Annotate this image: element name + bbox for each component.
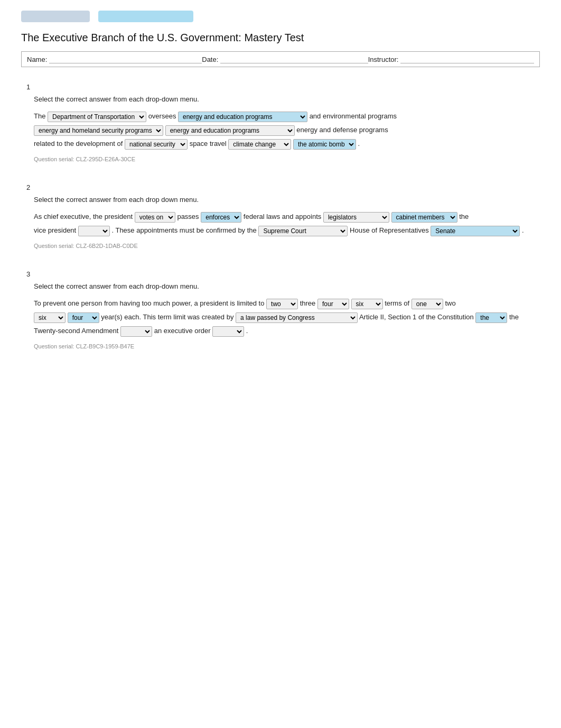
question-3-number: 3	[26, 270, 540, 278]
q3-text-2: three	[300, 299, 317, 307]
q3-text-9: the	[509, 313, 519, 321]
q3-text-1: To prevent one person from having too mu…	[34, 299, 266, 307]
q1-text-4: energy and defense programs	[296, 126, 388, 134]
q3-dropdown-10[interactable]	[212, 326, 244, 337]
q2-dropdown-2[interactable]: enforces votes on passes	[201, 212, 241, 223]
q1-text-2: and environmental programs	[310, 112, 397, 120]
q3-dropdown-4[interactable]: one two six four	[412, 299, 443, 309]
test-title: The Executive Branch of the U.S. Governm…	[21, 32, 540, 44]
date-field: Date:	[202, 55, 368, 63]
q1-text-5: related to the development of	[34, 140, 125, 148]
q1-dropdown-6[interactable]: the atomic bomb national security space …	[293, 139, 356, 150]
question-3-block: 3 Select the correct answer from each dr…	[21, 270, 540, 349]
q1-dropdown-3[interactable]: energy and education programs united ene…	[165, 125, 295, 136]
header-logo-blur	[21, 11, 90, 22]
q1-text-the: The	[34, 112, 48, 120]
instructor-label: Instructor:	[368, 56, 399, 63]
q2-dropdown-1[interactable]: votes on passes enforces	[135, 212, 175, 223]
q1-dropdown-4[interactable]: national security space travel climate c…	[125, 139, 188, 150]
question-3-serial: Question serial: CLZ-B9C9-1959-B47E	[34, 343, 540, 349]
info-row: Name: Date: Instructor:	[21, 51, 540, 67]
q3-dropdown-5[interactable]: six one two four	[34, 312, 66, 323]
question-1-body: The Department of Transportation Departm…	[34, 109, 527, 151]
q3-dropdown-9[interactable]	[120, 326, 152, 337]
q1-dropdown-2b[interactable]: energy and homeland security programs un…	[34, 125, 163, 136]
question-2-serial: Question serial: CLZ-6B2D-1DAB-C0DE	[34, 243, 540, 249]
q1-dropdown-5[interactable]: climate change national security space t…	[228, 139, 291, 150]
q3-dropdown-3[interactable]: six two three four	[351, 299, 383, 309]
name-line	[49, 55, 202, 63]
q2-text-3: federal laws and appoints	[244, 213, 323, 220]
q3-text-11: an executive order	[154, 327, 213, 335]
q3-dropdown-6[interactable]: four one two six	[68, 312, 99, 323]
name-label: Name:	[27, 56, 47, 63]
question-1-block: 1 Select the correct answer from each dr…	[21, 83, 540, 162]
q1-dropdown-2[interactable]: energy and education programs united ene…	[178, 112, 307, 122]
question-2-block: 2 Select the correct answer from each dr…	[21, 183, 540, 249]
date-label: Date:	[202, 56, 218, 63]
q1-text-1: oversees	[148, 112, 178, 120]
q2-text-1: As chief executive, the president	[34, 213, 135, 220]
q3-dropdown-7[interactable]: a law passed by Congress Article II, Sec…	[236, 312, 358, 323]
q3-dropdown-2[interactable]: four two three six	[317, 299, 349, 309]
q2-text-9: .	[522, 226, 524, 234]
q3-text-12: .	[246, 327, 248, 335]
question-1-number: 1	[26, 83, 540, 91]
q2-dropdown-5[interactable]	[78, 226, 110, 236]
q2-text-7: . These appointments must be confirmed b…	[111, 226, 258, 234]
question-3-body: To prevent one person from having too mu…	[34, 297, 527, 338]
q3-text-10: Twenty-second Amendment	[34, 327, 120, 335]
question-3-instruction: Select the correct answer from each drop…	[34, 282, 540, 290]
q3-dropdown-1[interactable]: two three four six	[266, 299, 298, 309]
q2-dropdown-4[interactable]: cabinet members legislators the vice pre…	[391, 212, 457, 223]
q3-text-7: year(s) each. This term limit was create…	[101, 313, 236, 321]
q2-dropdown-3[interactable]: legislators cabinet members the vice pre…	[323, 212, 389, 223]
q1-text-8: .	[358, 140, 360, 148]
q2-dropdown-7[interactable]: Senate Supreme Court House of Representa…	[431, 226, 520, 236]
name-field: Name:	[27, 55, 202, 63]
q3-text-5: two	[445, 299, 455, 307]
question-1-serial: Question serial: CLZ-295D-E26A-30CE	[34, 156, 540, 162]
question-2-number: 2	[26, 183, 540, 191]
q3-text-8: Article II, Section 1 of the Constitutio…	[359, 313, 475, 321]
q2-text-2: passes	[177, 213, 201, 220]
question-2-body: As chief executive, the president votes …	[34, 210, 527, 237]
q2-dropdown-6[interactable]: Supreme Court House of Representatives S…	[258, 226, 348, 236]
q2-text-8: House of Representatives	[350, 226, 431, 234]
header-title-blur	[98, 11, 193, 22]
header-blur-area	[21, 11, 540, 22]
date-line	[220, 55, 368, 63]
instructor-field: Instructor:	[368, 55, 534, 63]
q3-text-4: terms of	[385, 299, 412, 307]
q3-dropdown-8[interactable]: the	[475, 312, 507, 323]
instructor-line	[400, 55, 534, 63]
q1-dropdown-1[interactable]: Department of Transportation Department …	[48, 112, 146, 122]
question-1-instruction: Select the correct answer from each drop…	[34, 95, 540, 103]
q2-text-6: vice president	[34, 226, 78, 234]
question-2-instruction: Select the correct answer from each drop…	[34, 196, 540, 204]
q1-text-6: space travel	[190, 140, 229, 148]
q2-text-5: the	[459, 213, 469, 220]
